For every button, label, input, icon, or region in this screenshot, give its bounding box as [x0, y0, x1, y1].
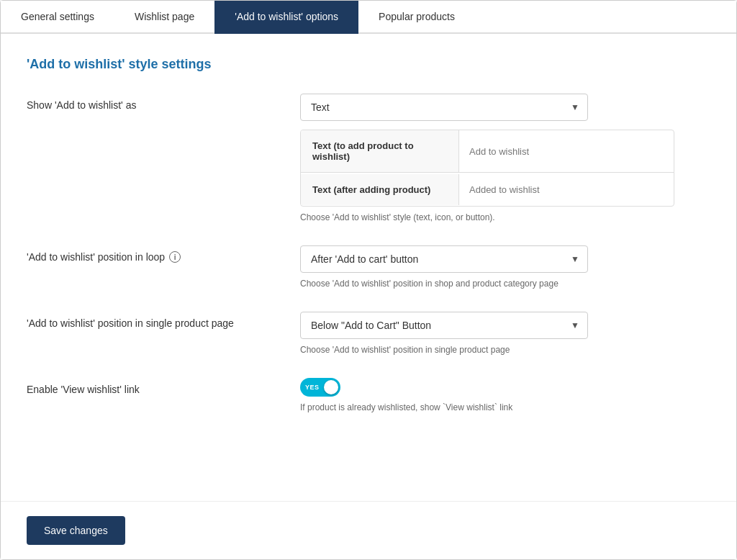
text-after-adding-input-wrapper — [459, 173, 674, 206]
position-single-row: 'Add to wishlist' position in single pro… — [27, 312, 710, 355]
section-title: 'Add to wishlist' style settings — [27, 57, 710, 72]
position-loop-row: 'Add to wishlist' position in loop i Aft… — [27, 245, 710, 289]
position-loop-info-icon[interactable]: i — [169, 251, 181, 263]
view-wishlist-label: Enable 'View wishlist' link — [27, 378, 300, 395]
position-loop-select-wrapper: After 'Add to cart' button Before 'Add t… — [300, 245, 588, 273]
text-after-adding-label: Text (after adding product) — [301, 174, 459, 205]
toggle-track: YES — [300, 378, 340, 397]
tab-bar: General settings Wishlist page 'Add to w… — [1, 1, 736, 34]
tab-wishlist-page[interactable]: Wishlist page — [114, 1, 214, 34]
show-as-hint: Choose 'Add to wishlist' style (text, ic… — [300, 212, 710, 222]
toggle-yes-label: YES — [305, 384, 320, 391]
position-loop-select[interactable]: After 'Add to cart' button Before 'Add t… — [300, 245, 588, 273]
text-to-add-row: Text (to add product to wishlist) — [301, 130, 674, 173]
position-loop-hint: Choose 'Add to wishlist' position in sho… — [300, 279, 710, 289]
text-to-add-input-wrapper — [459, 135, 674, 168]
position-single-hint: Choose 'Add to wishlist' position in sin… — [300, 345, 710, 355]
text-after-adding-input[interactable] — [469, 184, 664, 195]
position-single-label: 'Add to wishlist' position in single pro… — [27, 312, 300, 329]
tab-general-settings[interactable]: General settings — [1, 1, 114, 34]
footer: Save changes — [1, 501, 736, 559]
view-wishlist-row: Enable 'View wishlist' link YES If produ… — [27, 378, 710, 412]
show-as-row: Show 'Add to wishlist' as Text Icon Butt… — [27, 94, 710, 222]
view-wishlist-toggle-container: YES — [300, 378, 710, 397]
text-after-adding-row: Text (after adding product) — [301, 173, 674, 206]
save-changes-button[interactable]: Save changes — [27, 516, 125, 545]
position-loop-label: 'Add to wishlist' position in loop i — [27, 245, 300, 263]
main-content: 'Add to wishlist' style settings Show 'A… — [1, 34, 736, 501]
show-as-label: Show 'Add to wishlist' as — [27, 94, 300, 111]
position-single-select-wrapper: Below "Add to Cart" Button Above "Add to… — [300, 312, 588, 339]
position-single-control: Below "Add to Cart" Button Above "Add to… — [300, 312, 710, 355]
text-to-add-label: Text (to add product to wishlist) — [301, 130, 459, 172]
text-to-add-input[interactable] — [469, 146, 664, 157]
toggle-thumb — [324, 380, 338, 394]
show-as-control: Text Icon Button ▼ Text (to add product … — [300, 94, 710, 222]
position-loop-control: After 'Add to cart' button Before 'Add t… — [300, 245, 710, 289]
view-wishlist-control: YES If product is already wishlisted, sh… — [300, 378, 710, 412]
position-single-select[interactable]: Below "Add to Cart" Button Above "Add to… — [300, 312, 588, 339]
view-wishlist-hint: If product is already wishlisted, show `… — [300, 402, 710, 412]
show-as-select[interactable]: Text Icon Button — [300, 94, 588, 121]
tab-add-to-wishlist-options[interactable]: 'Add to wishlist' options — [214, 1, 358, 34]
text-fields-table: Text (to add product to wishlist) Text (… — [300, 130, 674, 207]
show-as-select-wrapper: Text Icon Button ▼ — [300, 94, 588, 121]
view-wishlist-toggle[interactable]: YES — [300, 378, 340, 397]
tab-popular-products[interactable]: Popular products — [358, 1, 475, 34]
